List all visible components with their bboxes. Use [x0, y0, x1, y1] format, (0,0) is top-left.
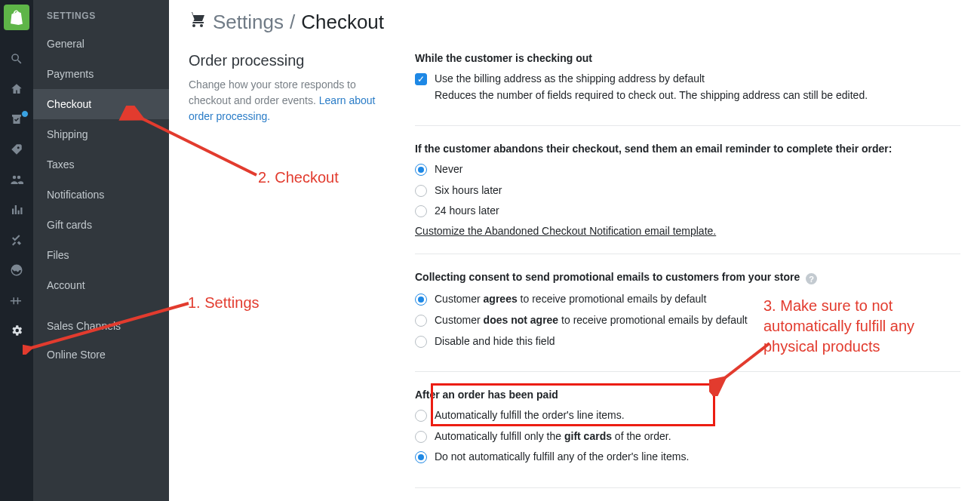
settings-nav: General Payments Checkout Shipping Taxes…	[33, 29, 169, 300]
sidebar-item-payments[interactable]: Payments	[33, 59, 169, 89]
radio-abandon-6h[interactable]	[415, 185, 427, 197]
sidebar-item-taxes[interactable]: Taxes	[33, 149, 169, 180]
group-billing: While the customer is checking out Use t…	[415, 52, 960, 126]
radio-abandon-never[interactable]	[415, 164, 427, 176]
orders-icon[interactable]	[0, 104, 33, 134]
radio-fulfill-giftcards[interactable]	[415, 431, 427, 443]
annotation-box	[431, 383, 715, 426]
settings-sidebar: SETTINGS General Payments Checkout Shipp…	[33, 0, 169, 501]
section-meta: Order processing Change how your store r…	[189, 52, 415, 501]
cart-icon	[189, 11, 207, 34]
breadcrumb-root[interactable]: Settings	[213, 11, 284, 34]
shopify-logo	[4, 5, 29, 30]
search-icon[interactable]	[0, 44, 33, 74]
checkbox-billing-as-shipping[interactable]	[415, 73, 427, 85]
section-description: Change how your store responds to checko…	[189, 77, 391, 124]
home-icon[interactable]	[0, 74, 33, 104]
online-store-icon[interactable]	[0, 255, 33, 285]
breadcrumb-current: Checkout	[301, 11, 384, 34]
breadcrumb: Settings / Checkout	[169, 0, 980, 38]
help-icon[interactable]: ?	[806, 273, 817, 284]
radio-abandon-24h[interactable]	[415, 205, 427, 217]
sidebar-item-notifications[interactable]: Notifications	[33, 180, 169, 210]
icon-rail	[0, 0, 33, 501]
sales-channels-title: Sales Channels	[33, 320, 169, 340]
sidebar-item-gift-cards[interactable]: Gift cards	[33, 210, 169, 240]
apps-icon[interactable]	[0, 285, 33, 315]
sidebar-item-account[interactable]: Account	[33, 270, 169, 300]
radio-consent-agrees[interactable]	[415, 294, 427, 306]
sidebar-item-general[interactable]: General	[33, 29, 169, 59]
group-abandoned: If the customer abandons their checkout,…	[415, 143, 960, 254]
customers-icon[interactable]	[0, 164, 33, 195]
channel-online-store[interactable]: Online Store	[33, 340, 169, 370]
section-title: Order processing	[189, 52, 391, 69]
analytics-icon[interactable]	[0, 195, 33, 225]
customize-abandoned-link[interactable]: Customize the Abandoned Checkout Notific…	[415, 225, 716, 237]
section-body: While the customer is checking out Use t…	[415, 52, 960, 501]
discounts-icon[interactable]	[0, 225, 33, 255]
products-icon[interactable]	[0, 134, 33, 164]
radio-consent-not-agree[interactable]	[415, 315, 427, 327]
sidebar-item-checkout[interactable]: Checkout	[33, 89, 169, 119]
settings-icon[interactable]	[0, 315, 33, 346]
sidebar-title: SETTINGS	[33, 0, 169, 29]
radio-consent-disable[interactable]	[415, 336, 427, 348]
sidebar-item-files[interactable]: Files	[33, 240, 169, 270]
sidebar-item-shipping[interactable]: Shipping	[33, 119, 169, 149]
radio-fulfill-all[interactable]	[415, 410, 427, 422]
radio-fulfill-none[interactable]	[415, 451, 427, 463]
group-consent: Collecting consent to send promotional e…	[415, 271, 960, 372]
